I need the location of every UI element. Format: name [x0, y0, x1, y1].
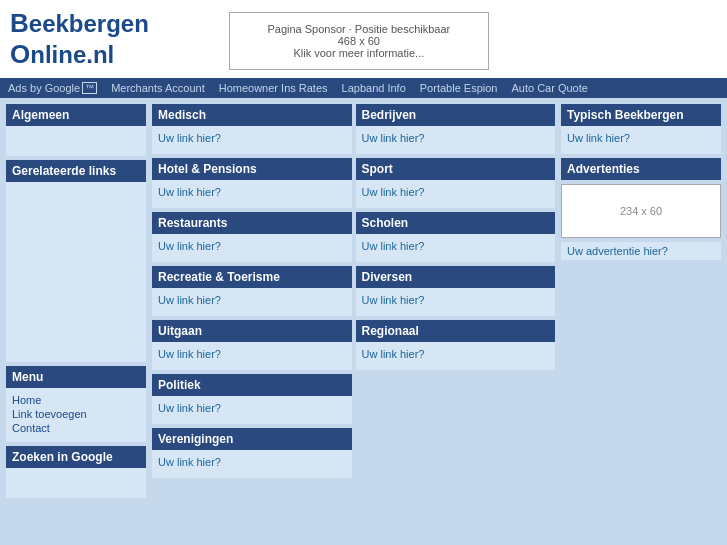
- ad-link-portable[interactable]: Portable Espion: [420, 82, 498, 94]
- cat-restaurants: Restaurants Uw link hier?: [152, 212, 352, 262]
- cat-bedrijven: Bedrijven Uw link hier?: [356, 104, 556, 154]
- scholen-content: Uw link hier?: [356, 234, 556, 262]
- row-5: Uitgaan Uw link hier? Regionaal Uw link …: [152, 320, 555, 370]
- typisch-section: Typisch Beekbergen Uw link hier?: [561, 104, 721, 154]
- ad-link-lapband[interactable]: Lapband Info: [342, 82, 406, 94]
- restaurants-content: Uw link hier?: [152, 234, 352, 262]
- ads-by-google: Ads by Google ™: [8, 82, 97, 94]
- ad-bar: Ads by Google ™ Merchants Account Homeow…: [0, 78, 727, 98]
- cat-hotel: Hotel & Pensions Uw link hier?: [152, 158, 352, 208]
- ad-link-autocar[interactable]: Auto Car Quote: [511, 82, 587, 94]
- uitgaan-title: Uitgaan: [152, 320, 352, 342]
- zoeken-title: Zoeken in Google: [6, 446, 146, 468]
- header: Beekbergen Online.nl Pagina Sponsor · Po…: [0, 0, 727, 78]
- sponsor-line3: Klik voor meer informatie...: [250, 47, 468, 59]
- bedrijven-link[interactable]: Uw link hier?: [362, 132, 425, 144]
- logo-line2: Online.nl: [10, 39, 149, 70]
- politiek-title: Politiek: [152, 374, 352, 396]
- logo-o: O: [10, 39, 30, 69]
- zoeken-content: [6, 468, 146, 498]
- advertenties-title: Advertenties: [561, 158, 721, 180]
- row-6: Politiek Uw link hier?: [152, 374, 555, 424]
- hotel-title: Hotel & Pensions: [152, 158, 352, 180]
- cat-uitgaan: Uitgaan Uw link hier?: [152, 320, 352, 370]
- sport-title: Sport: [356, 158, 556, 180]
- sponsor-box[interactable]: Pagina Sponsor · Positie beschikbaar 468…: [229, 12, 489, 70]
- gerelateerde-section: Gerelateerde links: [6, 160, 146, 362]
- algemeen-content: [6, 126, 146, 156]
- recreatie-content: Uw link hier?: [152, 288, 352, 316]
- menu-content: Home Link toevoegen Contact: [6, 388, 146, 442]
- verenigingen-link[interactable]: Uw link hier?: [158, 456, 221, 468]
- medisch-title: Medisch: [152, 104, 352, 126]
- scholen-title: Scholen: [356, 212, 556, 234]
- uitgaan-content: Uw link hier?: [152, 342, 352, 370]
- gerelateerde-title: Gerelateerde links: [6, 160, 146, 182]
- menu-title: Menu: [6, 366, 146, 388]
- verenigingen-content: Uw link hier?: [152, 450, 352, 478]
- medisch-link[interactable]: Uw link hier?: [158, 132, 221, 144]
- politiek-link[interactable]: Uw link hier?: [158, 402, 221, 414]
- advertentie-link[interactable]: Uw advertentie hier?: [561, 242, 721, 260]
- regionaal-content: Uw link hier?: [356, 342, 556, 370]
- advertenties-section: Advertenties 234 x 60 Uw advertentie hie…: [561, 158, 721, 260]
- row-1: Medisch Uw link hier? Bedrijven Uw link …: [152, 104, 555, 154]
- regionaal-title: Regionaal: [356, 320, 556, 342]
- verenigingen-title: Verenigingen: [152, 428, 352, 450]
- ads-icon: ™: [82, 82, 97, 94]
- main-content: Algemeen Gerelateerde links Menu Home Li…: [0, 98, 727, 504]
- zoeken-section: Zoeken in Google: [6, 446, 146, 498]
- typisch-link[interactable]: Uw link hier?: [567, 132, 630, 144]
- diversen-title: Diversen: [356, 266, 556, 288]
- menu-link-toevoegen[interactable]: Link toevoegen: [12, 408, 140, 420]
- bedrijven-content: Uw link hier?: [356, 126, 556, 154]
- menu-contact[interactable]: Contact: [12, 422, 140, 434]
- row-7: Verenigingen Uw link hier?: [152, 428, 555, 478]
- advertentie-size: 234 x 60: [620, 205, 662, 217]
- hotel-content: Uw link hier?: [152, 180, 352, 208]
- algemeen-title: Algemeen: [6, 104, 146, 126]
- gerelateerde-content: [6, 182, 146, 362]
- row-3: Restaurants Uw link hier? Scholen Uw lin…: [152, 212, 555, 262]
- ad-link-merchants[interactable]: Merchants Account: [111, 82, 205, 94]
- typisch-content: Uw link hier?: [561, 126, 721, 154]
- cat-diversen: Diversen Uw link hier?: [356, 266, 556, 316]
- cat-verenigingen: Verenigingen Uw link hier?: [152, 428, 352, 478]
- sport-content: Uw link hier?: [356, 180, 556, 208]
- regionaal-link[interactable]: Uw link hier?: [362, 348, 425, 360]
- restaurants-title: Restaurants: [152, 212, 352, 234]
- uitgaan-link[interactable]: Uw link hier?: [158, 348, 221, 360]
- sponsor-line2: 468 x 60: [250, 35, 468, 47]
- cat-scholen: Scholen Uw link hier?: [356, 212, 556, 262]
- logo-line1: Beekbergen: [10, 8, 149, 39]
- algemeen-section: Algemeen: [6, 104, 146, 156]
- recreatie-title: Recreatie & Toerisme: [152, 266, 352, 288]
- cat-politiek: Politiek Uw link hier?: [152, 374, 352, 424]
- medisch-content: Uw link hier?: [152, 126, 352, 154]
- left-sidebar: Algemeen Gerelateerde links Menu Home Li…: [6, 104, 146, 498]
- recreatie-link[interactable]: Uw link hier?: [158, 294, 221, 306]
- row-2: Hotel & Pensions Uw link hier? Sport Uw …: [152, 158, 555, 208]
- scholen-link[interactable]: Uw link hier?: [362, 240, 425, 252]
- sponsor-line1: Pagina Sponsor · Positie beschikbaar: [250, 23, 468, 35]
- row-4: Recreatie & Toerisme Uw link hier? Diver…: [152, 266, 555, 316]
- center-content: Medisch Uw link hier? Bedrijven Uw link …: [152, 104, 555, 498]
- diversen-link[interactable]: Uw link hier?: [362, 294, 425, 306]
- sport-link[interactable]: Uw link hier?: [362, 186, 425, 198]
- cat-medisch: Medisch Uw link hier?: [152, 104, 352, 154]
- logo-b: B: [10, 8, 29, 38]
- hotel-link[interactable]: Uw link hier?: [158, 186, 221, 198]
- right-sidebar: Typisch Beekbergen Uw link hier? Adverte…: [561, 104, 721, 498]
- cat-sport: Sport Uw link hier?: [356, 158, 556, 208]
- site-logo: Beekbergen Online.nl: [10, 8, 149, 70]
- menu-section: Menu Home Link toevoegen Contact: [6, 366, 146, 442]
- restaurants-link[interactable]: Uw link hier?: [158, 240, 221, 252]
- bedrijven-title: Bedrijven: [356, 104, 556, 126]
- cat-recreatie: Recreatie & Toerisme Uw link hier?: [152, 266, 352, 316]
- ad-link-homeowner[interactable]: Homeowner Ins Rates: [219, 82, 328, 94]
- diversen-content: Uw link hier?: [356, 288, 556, 316]
- politiek-content: Uw link hier?: [152, 396, 352, 424]
- typisch-title: Typisch Beekbergen: [561, 104, 721, 126]
- menu-home[interactable]: Home: [12, 394, 140, 406]
- cat-regionaal: Regionaal Uw link hier?: [356, 320, 556, 370]
